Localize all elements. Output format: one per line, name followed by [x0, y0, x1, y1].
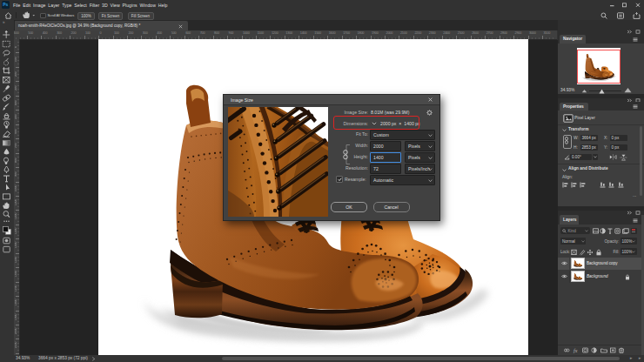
svg-text:fx: fx — [574, 348, 578, 353]
